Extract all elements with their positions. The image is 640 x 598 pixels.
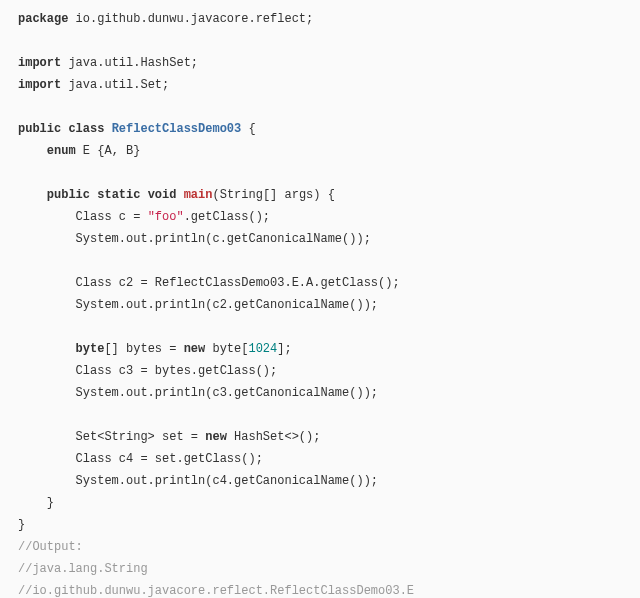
import-stmt: java.util.HashSet;: [61, 56, 198, 70]
code-line: Class c2 = ReflectClassDemo03.E.A.getCla…: [18, 276, 400, 290]
keyword-package: package: [18, 12, 68, 26]
keyword-import: import: [18, 78, 61, 92]
keyword-import: import: [18, 56, 61, 70]
import-stmt: java.util.Set;: [61, 78, 169, 92]
keyword-new: new: [205, 430, 227, 444]
code-block: package io.github.dunwu.javacore.reflect…: [0, 0, 640, 598]
code-line: byte[: [205, 342, 248, 356]
close-brace: }: [18, 518, 25, 532]
comment: //java.lang.String: [18, 562, 148, 576]
comment: //Output:: [18, 540, 83, 554]
comment: //io.github.dunwu.javacore.reflect.Refle…: [18, 584, 414, 598]
code-line: System.out.println(c3.getCanonicalName()…: [18, 386, 378, 400]
string-literal: "foo": [148, 210, 184, 224]
code-line: [] bytes =: [104, 342, 183, 356]
package-path: io.github.dunwu.javacore.reflect;: [68, 12, 313, 26]
keyword-class: class: [68, 122, 104, 136]
code-line: .getClass();: [184, 210, 270, 224]
class-name: ReflectClassDemo03: [112, 122, 242, 136]
keyword-static: static: [97, 188, 140, 202]
code-line: System.out.println(c.getCanonicalName())…: [18, 232, 371, 246]
code-line: System.out.println(c4.getCanonicalName()…: [18, 474, 378, 488]
method-main: main: [184, 188, 213, 202]
keyword-byte: byte: [76, 342, 105, 356]
keyword-void: void: [148, 188, 177, 202]
code-line: Class c =: [18, 210, 148, 224]
enum-decl: E {A, B}: [76, 144, 141, 158]
code-line: ];: [277, 342, 291, 356]
number-literal: 1024: [248, 342, 277, 356]
keyword-new: new: [184, 342, 206, 356]
keyword-public: public: [47, 188, 90, 202]
code-line: Class c3 = bytes.getClass();: [18, 364, 277, 378]
code-line: Class c4 = set.getClass();: [18, 452, 263, 466]
code-line: System.out.println(c2.getCanonicalName()…: [18, 298, 378, 312]
close-brace: }: [18, 496, 54, 510]
keyword-enum: enum: [47, 144, 76, 158]
keyword-public: public: [18, 122, 61, 136]
code-line: Set<String> set =: [18, 430, 205, 444]
main-args: (String[] args) {: [212, 188, 334, 202]
code-line: HashSet<>();: [227, 430, 321, 444]
